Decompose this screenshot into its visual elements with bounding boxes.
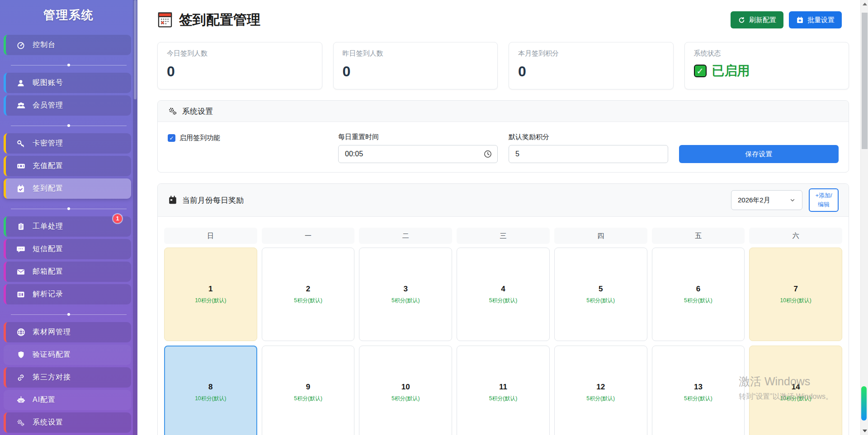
day-reward: 10积分(默认) [195, 395, 226, 402]
day-cell[interactable]: 2 5积分(默认) [262, 248, 355, 341]
sidebar-item-system-settings[interactable]: 系统设置 [4, 412, 131, 433]
sidebar-item-member-management[interactable]: 会员管理 [4, 95, 131, 116]
sidebar-item-card-key-management[interactable]: 卡密管理 [4, 133, 131, 154]
link-icon [16, 373, 26, 383]
day-reward: 5积分(默认) [294, 395, 322, 402]
main-content: 签到配置管理 刷新配置 批量设置 今日签到人数 0 昨日签到人数 0 [137, 0, 868, 435]
day-number: 7 [793, 285, 797, 294]
default-points-input[interactable] [509, 145, 668, 163]
sidebar-item-sms-config[interactable]: 短信配置 [4, 239, 131, 259]
sidebar-item-label: 签到配置 [33, 184, 63, 193]
weekday-header: 四 [554, 228, 647, 244]
sidebar-item-recharge-config[interactable]: 充值配置 [4, 156, 131, 176]
stat-card-system-status: 系统状态 ✓ 已启用 [684, 42, 849, 89]
sidebar-item-label: 系统设置 [33, 418, 63, 427]
refresh-config-button[interactable]: 刷新配置 [731, 11, 783, 28]
stat-card-yesterday-signins: 昨日签到人数 0 [333, 42, 498, 89]
scrollbar-up-arrow-icon[interactable] [863, 3, 867, 5]
day-cell[interactable]: 10 5积分(默认) [359, 346, 452, 435]
chevron-down-icon [789, 197, 796, 203]
day-cell[interactable]: 12 5积分(默认) [554, 346, 647, 435]
scrollbar-down-arrow-icon[interactable] [863, 430, 867, 432]
enable-signin-label: 启用签到功能 [179, 134, 220, 142]
weekday-header: 三 [457, 228, 550, 244]
sidebar-item-captcha-config[interactable]: 验证码配置 [4, 345, 131, 365]
day-reward: 10积分(默认) [780, 297, 811, 304]
sidebar-divider [11, 201, 127, 216]
system-settings-section: 系统设置 ✓ 启用签到功能 每日重置时间 默认奖励积分 [157, 100, 849, 173]
day-reward: 5积分(默认) [684, 297, 712, 304]
day-number: 9 [306, 383, 310, 392]
globe-icon [16, 327, 26, 337]
list-icon [16, 290, 26, 299]
sidebar-item-label: 充值配置 [33, 161, 63, 171]
calendar-icon [168, 195, 178, 205]
refresh-config-label: 刷新配置 [749, 16, 776, 24]
sidebar: 管理系统 控制台 昵图账号 会员管理 卡密管理 [0, 0, 137, 435]
stat-value: 0 [518, 63, 664, 80]
day-cell-today[interactable]: 8 10积分(默认) [164, 346, 257, 435]
day-grid: 1 10积分(默认) 2 5积分(默认) 3 5积分(默认) 4 5积分(默认)… [164, 248, 842, 435]
sidebar-item-label: 短信配置 [33, 244, 63, 254]
check-mark-icon: ✓ [694, 65, 707, 77]
calendar-body: 日 一 二 三 四 五 六 1 10积分(默认) 2 5积分(默认) 3 [158, 217, 849, 435]
day-reward: 5积分(默认) [586, 297, 615, 304]
stat-card-month-points: 本月签到积分 0 [509, 42, 674, 89]
sidebar-scrollbar-thumb[interactable] [134, 0, 137, 99]
day-cell[interactable]: 1 10积分(默认) [164, 248, 257, 341]
sidebar-item-material-site-management[interactable]: 素材网管理 [4, 322, 131, 342]
weekday-header-row: 日 一 二 三 四 五 六 [164, 228, 842, 244]
reset-time-input[interactable] [338, 145, 498, 163]
day-cell[interactable]: 3 5积分(默认) [359, 248, 452, 341]
sidebar-item-email-config[interactable]: 邮箱配置 [4, 262, 131, 282]
refresh-icon [738, 16, 745, 24]
monthly-rewards-section: 当前月份每日奖励 2026年2月 +添加/编辑 日 一 二 三 四 五 [157, 183, 849, 435]
sidebar-item-ticket-processing[interactable]: 工单处理 1 [4, 216, 131, 237]
sidebar-scrollbar [133, 0, 137, 435]
day-cell[interactable]: 13 5积分(默认) [652, 346, 745, 435]
day-number: 10 [401, 383, 410, 392]
sidebar-item-label: 控制台 [33, 40, 56, 50]
status-badge: 已启用 [712, 62, 750, 80]
day-cell[interactable]: 4 5积分(默认) [457, 248, 550, 341]
sidebar-item-label: 工单处理 [33, 222, 63, 231]
day-cell[interactable]: 6 5积分(默认) [652, 248, 745, 341]
scrollbar-thumb[interactable] [862, 13, 868, 149]
sidebar-item-parse-records[interactable]: 解析记录 [4, 284, 131, 304]
sidebar-item-signin-config[interactable]: 签到配置 [4, 178, 131, 199]
day-reward: 5积分(默认) [489, 395, 518, 402]
sidebar-item-label: 昵图账号 [33, 78, 63, 88]
batch-settings-label: 批量设置 [807, 16, 835, 24]
calendar-plus-icon [796, 16, 804, 24]
clipboard-icon [16, 222, 26, 232]
sidebar-item-label: 邮箱配置 [33, 267, 63, 276]
sidebar-item-dashboard[interactable]: 控制台 [4, 35, 131, 55]
sidebar-item-label: AI配置 [33, 395, 56, 405]
batch-settings-button[interactable]: 批量设置 [789, 11, 842, 28]
enable-signin-checkbox[interactable]: ✓ [168, 134, 175, 142]
monthly-rewards-header: 当前月份每日奖励 2026年2月 +添加/编辑 [158, 184, 849, 217]
calendar-check-icon [16, 184, 26, 194]
envelope-icon [16, 267, 26, 277]
day-cell[interactable]: 9 5积分(默认) [262, 346, 355, 435]
day-reward: 5积分(默认) [586, 395, 615, 402]
system-settings-header: 系统设置 [158, 101, 849, 122]
stat-label: 系统状态 [694, 49, 840, 58]
day-cell[interactable]: 11 5积分(默认) [457, 346, 550, 435]
add-edit-button[interactable]: +添加/编辑 [809, 188, 839, 212]
month-select[interactable]: 2026年2月 [731, 190, 802, 210]
stat-label: 今日签到人数 [167, 49, 313, 58]
day-cell[interactable]: 14 10积分(默认) [749, 346, 842, 435]
day-cell[interactable]: 5 5积分(默认) [554, 248, 647, 341]
sidebar-item-nitu-account[interactable]: 昵图账号 [4, 73, 131, 93]
sidebar-item-ai-config[interactable]: AI配置 [4, 390, 131, 410]
sidebar-item-third-party-integration[interactable]: 第三方对接 [4, 367, 131, 388]
save-settings-button[interactable]: 保存设置 [679, 145, 839, 163]
weekday-header: 一 [262, 228, 355, 244]
section-title: 系统设置 [182, 106, 213, 117]
day-cell[interactable]: 7 10积分(默认) [749, 248, 842, 341]
sms-icon [16, 244, 26, 254]
page-scrollbar [860, 0, 868, 435]
section-title: 当前月份每日奖励 [182, 195, 244, 206]
sidebar-nav: 控制台 昵图账号 会员管理 卡密管理 充值配置 [0, 35, 137, 433]
